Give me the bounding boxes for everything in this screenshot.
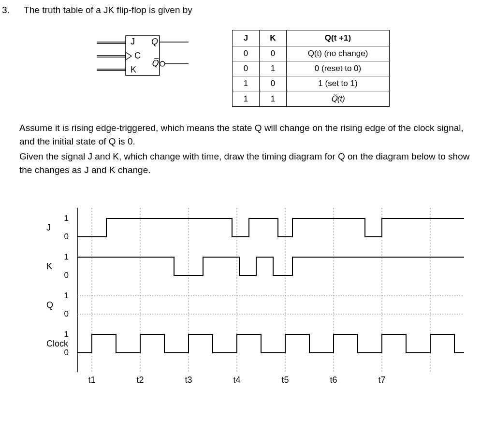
label-qbar: Q̅ [151,58,159,68]
figure-row: J C K Q Q̅ J K Q(t +1) [77,30,480,107]
table-row: 0 0 Q(t) (no change) [233,46,390,61]
timing-diagram: J10K10Q10Clock10t1t2t3t4t5t6t7 [39,203,483,406]
svg-text:1: 1 [64,252,69,261]
svg-text:Q: Q [46,300,53,310]
svg-text:0: 0 [64,309,69,318]
label-q: Q [151,37,158,46]
svg-text:Clock: Clock [46,339,69,348]
svg-text:J: J [46,223,51,232]
truth-table: J K Q(t +1) 0 0 Q(t) (no change) 0 1 0 (… [232,30,390,107]
svg-text:0: 0 [64,348,69,357]
question-prompt: The truth table of a JK flip-flop is giv… [24,5,478,15]
svg-text:t7: t7 [378,375,385,385]
label-k: K [131,65,136,74]
svg-text:0: 0 [64,271,69,280]
svg-text:1: 1 [64,330,69,339]
table-row: 1 1 Q̅(t) [233,91,390,107]
paragraph-2: Given the signal J and K, which change w… [19,150,479,176]
svg-text:t6: t6 [330,375,337,385]
svg-text:1: 1 [64,291,69,300]
svg-text:0: 0 [64,232,69,241]
svg-text:1: 1 [64,214,69,223]
jk-flipflop-diagram: J C K Q Q̅ [77,30,203,88]
th-k: K [260,30,287,46]
table-row: 1 0 1 (set to 1) [233,76,390,91]
th-q: Q(t +1) [287,30,390,46]
question-line: 3. The truth table of a JK flip-flop is … [0,5,480,15]
svg-text:t5: t5 [281,375,289,385]
th-j: J [233,30,260,46]
table-row: 0 1 0 (reset to 0) [233,61,390,76]
svg-point-9 [160,61,165,66]
svg-marker-5 [126,52,131,60]
svg-text:K: K [46,261,52,271]
label-c: C [134,51,141,60]
page: 3. The truth table of a JK flip-flop is … [0,0,495,418]
label-j: J [131,37,135,46]
svg-text:t4: t4 [233,375,240,385]
question-number: 3. [0,5,21,15]
svg-text:t2: t2 [136,375,144,385]
svg-text:t3: t3 [185,375,192,385]
paragraph-1: Assume it is rising edge-triggered, whic… [19,121,479,148]
svg-text:t1: t1 [88,375,95,385]
